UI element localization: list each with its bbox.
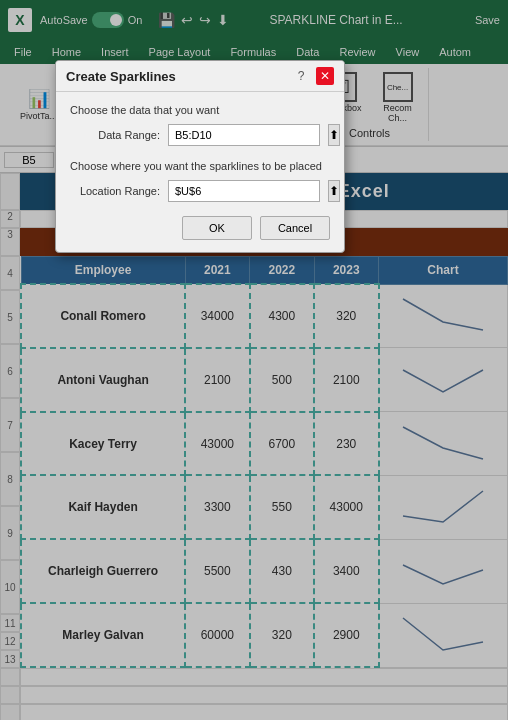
create-sparklines-dialog: Create Sparklines ? ✕ Choose the data th…	[55, 60, 345, 253]
dialog-help-button[interactable]: ?	[292, 67, 310, 85]
location-range-label: Location Range:	[70, 185, 160, 197]
data-range-picker-button[interactable]: ⬆	[328, 124, 340, 146]
data-range-label: Data Range:	[70, 129, 160, 141]
location-range-picker-button[interactable]: ⬆	[328, 180, 340, 202]
location-range-field: Location Range: ⬆	[70, 180, 330, 202]
dialog-close-button[interactable]: ✕	[316, 67, 334, 85]
dialog-ok-button[interactable]: OK	[182, 216, 252, 240]
data-range-field: Data Range: ⬆	[70, 124, 330, 146]
location-range-input[interactable]	[168, 180, 320, 202]
dialog-title: Create Sparklines	[66, 69, 176, 84]
dialog-body: Choose the data that you want Data Range…	[56, 92, 344, 252]
dialog-titlebar-icons: ? ✕	[292, 67, 334, 85]
choose-location-label: Choose where you want the sparklines to …	[70, 160, 330, 172]
choose-data-label: Choose the data that you want	[70, 104, 330, 116]
dialog-cancel-button[interactable]: Cancel	[260, 216, 330, 240]
data-range-input[interactable]	[168, 124, 320, 146]
dialog-buttons: OK Cancel	[70, 216, 330, 240]
dialog-titlebar: Create Sparklines ? ✕	[56, 61, 344, 92]
